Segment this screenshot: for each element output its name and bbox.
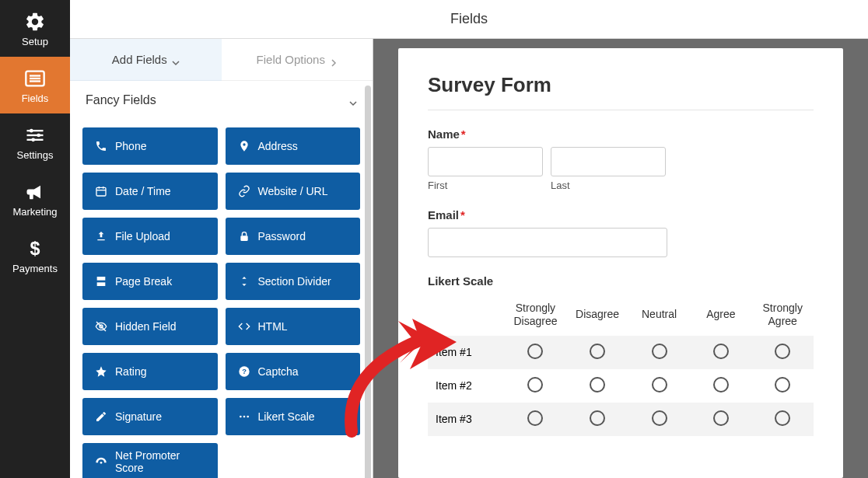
svg-point-24 [247,416,249,418]
field-divider[interactable]: Section Divider [226,263,361,300]
likert-row: Item #1 [428,336,814,369]
sidebar: Setup Fields Settings Marketing $ Paymen… [0,0,70,478]
question-icon: ? [238,365,250,378]
name-label: Name* [428,127,814,141]
chevron-down-icon [349,96,357,104]
field-nps[interactable]: Net Promoter Score [82,443,218,478]
gear-icon [24,11,46,33]
field-label: Website / URL [258,185,328,197]
field-signature[interactable]: Signature [82,398,218,435]
first-sublabel: First [428,180,543,191]
svg-rect-16 [97,277,106,281]
pagebreak-icon [95,275,107,288]
likert-radio[interactable] [713,410,729,426]
likert-radio[interactable] [652,377,667,393]
field-likert[interactable]: Likert Scale [226,398,361,435]
likert-radio[interactable] [652,410,667,426]
likert-radio[interactable] [527,377,543,393]
svg-point-23 [243,416,245,418]
sidebar-item-setup[interactable]: Setup [0,0,70,57]
likert-item-label: Item #1 [428,336,505,369]
list-icon [24,68,46,89]
gauge-icon [95,455,107,468]
divider-icon [238,275,250,288]
field-pagebreak[interactable]: Page Break [82,263,218,300]
likert-radio[interactable] [775,377,790,393]
field-html[interactable]: HTML [226,308,361,345]
sliders-icon [24,124,46,146]
svg-rect-17 [97,282,106,286]
likert-item-label: Item #3 [428,403,505,436]
form-preview: Survey Form Name* First Last [398,48,843,478]
field-label: Page Break [115,275,172,288]
svg-rect-11 [96,187,106,196]
likert-col: Neutral [628,297,690,336]
pin-icon [238,140,250,152]
tab-field-options[interactable]: Field Options [222,39,373,81]
first-name-input[interactable] [428,147,543,176]
sidebar-item-settings[interactable]: Settings [0,113,70,170]
calendar-icon [95,185,107,197]
likert-radio[interactable] [590,410,605,426]
likert-radio[interactable] [527,410,543,426]
field-label: File Upload [115,230,170,242]
field-upload[interactable]: File Upload [82,218,218,255]
likert-radio[interactable] [590,344,605,359]
likert-radio[interactable] [527,344,543,359]
likert-radio[interactable] [775,344,790,359]
field-label: Date / Time [115,185,171,197]
field-label: Section Divider [258,275,331,288]
likert-radio[interactable] [713,344,729,359]
divider [428,110,814,110]
likert-radio[interactable] [713,377,729,393]
field-label: Address [258,140,298,152]
sidebar-item-marketing[interactable]: Marketing [0,170,70,227]
email-label: Email* [428,208,814,222]
svg-text:?: ? [242,368,247,375]
dollar-icon: $ [24,238,46,260]
field-datetime[interactable]: Date / Time [82,173,218,210]
likert-radio[interactable] [775,410,790,426]
field-password[interactable]: Password [226,218,361,255]
sidebar-item-payments[interactable]: $ Payments [0,227,70,284]
likert-radio[interactable] [652,344,667,359]
likert-col: Strongly Agree [751,297,814,336]
svg-point-7 [30,129,33,133]
field-label: Signature [115,410,162,423]
phone-icon [95,140,107,152]
field-url[interactable]: Website / URL [226,173,361,210]
sidebar-item-fields[interactable]: Fields [0,57,70,113]
likert-radio[interactable] [590,377,605,393]
svg-rect-15 [240,236,247,241]
bullhorn-icon [24,181,46,203]
field-address[interactable]: Address [226,127,361,165]
field-label: Password [258,230,306,242]
link-icon [238,185,250,197]
topbar-title: Fields [70,0,868,39]
field-captcha[interactable]: ?Captcha [226,353,361,390]
likert-row: Item #2 [428,369,814,403]
svg-text:$: $ [30,239,40,259]
pencil-icon [95,410,107,423]
section-fancy-fields[interactable]: Fancy Fields [70,81,373,120]
likert-item-label: Item #2 [428,369,505,403]
lock-icon [238,230,250,242]
field-phone[interactable]: Phone [82,127,218,165]
field-label: Phone [115,140,146,152]
sidebar-item-label: Settings [17,149,54,161]
field-grid: Phone Address Date / Time Website / URL … [70,120,373,478]
tab-add-fields[interactable]: Add Fields [70,39,222,81]
email-input[interactable] [428,228,667,257]
likert-col: Disagree [566,297,628,336]
field-rating[interactable]: Rating [82,353,218,390]
field-label: Hidden Field [115,320,177,333]
likert-label: Likert Scale [428,274,814,288]
chevron-down-icon [172,56,180,64]
field-label: Likert Scale [258,410,315,423]
scrollbar[interactable] [365,85,371,478]
svg-point-22 [240,416,242,418]
last-name-input[interactable] [551,147,666,176]
svg-point-9 [31,138,35,142]
field-hidden[interactable]: Hidden Field [82,308,218,345]
fields-panel: Add Fields Field Options Fancy Fields [70,39,373,478]
